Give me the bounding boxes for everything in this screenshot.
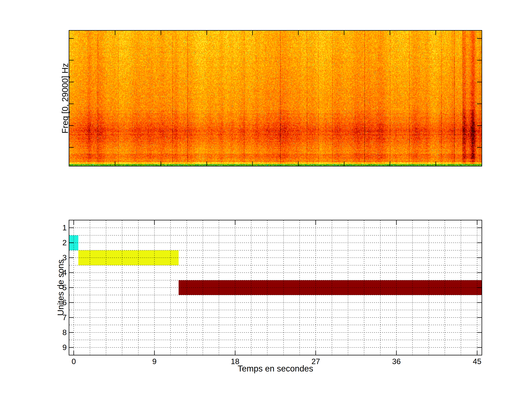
- x-tick: [252, 161, 253, 166]
- y-grid-line: [69, 332, 481, 333]
- y-tick: [477, 317, 481, 318]
- y-tick: [477, 147, 481, 148]
- y-tick-label: 8: [63, 328, 67, 337]
- y-tick-label: 5: [63, 283, 67, 292]
- y-tick-label: 2: [63, 238, 67, 247]
- x-tick: [396, 220, 397, 225]
- y-tick: [477, 60, 481, 61]
- y-tick: [477, 104, 481, 104]
- x-tick-label: 0: [72, 357, 76, 366]
- y-tick: [477, 272, 481, 273]
- y-grid-line: [69, 317, 481, 318]
- y-tick: [477, 82, 481, 82]
- x-tick: [477, 350, 477, 355]
- x-tick: [316, 350, 316, 355]
- y-tick: [477, 258, 481, 258]
- x-tick: [316, 220, 316, 225]
- y-tick: [69, 317, 74, 318]
- x-tick: [298, 161, 299, 166]
- y-tick-label: 6: [63, 298, 67, 307]
- x-tick: [235, 220, 235, 225]
- y-grid-line: [69, 340, 481, 340]
- y-tick: [477, 302, 481, 303]
- spectrogram-plot: [69, 30, 482, 166]
- y-grid-line: [69, 250, 481, 250]
- x-tick: [207, 161, 207, 166]
- y-tick: [477, 125, 481, 126]
- y-grid-line: [69, 302, 481, 303]
- x-tick: [477, 220, 477, 225]
- x-tick-label: 36: [392, 357, 401, 366]
- y-tick: [69, 147, 74, 148]
- x-tick: [154, 220, 155, 225]
- y-grid-line: [69, 272, 481, 273]
- x-tick: [436, 31, 436, 35]
- x-tick: [298, 31, 299, 35]
- y-tick: [69, 258, 74, 258]
- y-grid-line: [69, 242, 481, 243]
- x-tick-label: 18: [231, 357, 239, 366]
- x-tick: [390, 161, 390, 166]
- x-tick: [436, 161, 436, 166]
- y-tick: [69, 60, 74, 61]
- y-tick-label: 7: [63, 313, 67, 322]
- y-grid-line: [69, 228, 481, 228]
- y-tick-label: 9: [63, 343, 67, 352]
- figure-canvas: Freq [0, 29000] Hz Unites de sons Temps …: [0, 0, 532, 399]
- x-tick: [390, 31, 390, 35]
- x-tick-label: 27: [311, 357, 320, 366]
- y-grid-line: [69, 310, 481, 310]
- y-tick: [69, 228, 74, 228]
- y-tick: [477, 38, 481, 39]
- x-tick-label: 45: [473, 357, 481, 366]
- y-tick: [477, 332, 481, 333]
- x-tick: [161, 31, 161, 35]
- x-tick: [207, 31, 207, 35]
- y-tick: [69, 332, 74, 333]
- y-grid-line: [69, 235, 481, 235]
- y-grid-line: [69, 287, 481, 288]
- y-grid-line: [69, 280, 481, 280]
- y-tick: [69, 242, 74, 243]
- y-tick: [477, 228, 481, 228]
- y-tick: [477, 287, 481, 288]
- y-grid-line: [69, 325, 481, 325]
- spectrogram-canvas: [69, 31, 481, 166]
- y-tick-label: 1: [63, 223, 67, 232]
- spectrogram-ylabel: Freq [0, 29000] Hz: [60, 63, 70, 133]
- y-tick-label: 3: [63, 253, 67, 262]
- y-tick: [69, 272, 74, 273]
- x-tick: [396, 350, 397, 355]
- x-tick: [115, 161, 115, 166]
- y-grid-line: [69, 258, 481, 258]
- x-tick: [252, 31, 253, 35]
- x-tick: [344, 161, 344, 166]
- x-tick-label: 9: [152, 357, 157, 366]
- y-grid-line: [69, 295, 481, 295]
- x-tick: [235, 350, 235, 355]
- units-plot: [69, 220, 482, 355]
- x-tick: [344, 31, 344, 35]
- x-tick: [74, 220, 74, 225]
- y-tick: [69, 302, 74, 303]
- y-tick: [69, 287, 74, 288]
- x-tick: [115, 31, 115, 35]
- y-tick: [477, 242, 481, 243]
- x-tick: [161, 161, 161, 166]
- x-tick: [154, 350, 155, 355]
- y-grid-line: [69, 347, 481, 348]
- y-grid-line: [69, 265, 481, 266]
- y-tick: [69, 38, 74, 39]
- y-tick: [477, 347, 481, 348]
- time-xlabel: Temps en secondes: [238, 364, 313, 374]
- y-tick-label: 4: [63, 268, 67, 277]
- y-tick: [69, 347, 74, 348]
- x-tick: [74, 350, 74, 355]
